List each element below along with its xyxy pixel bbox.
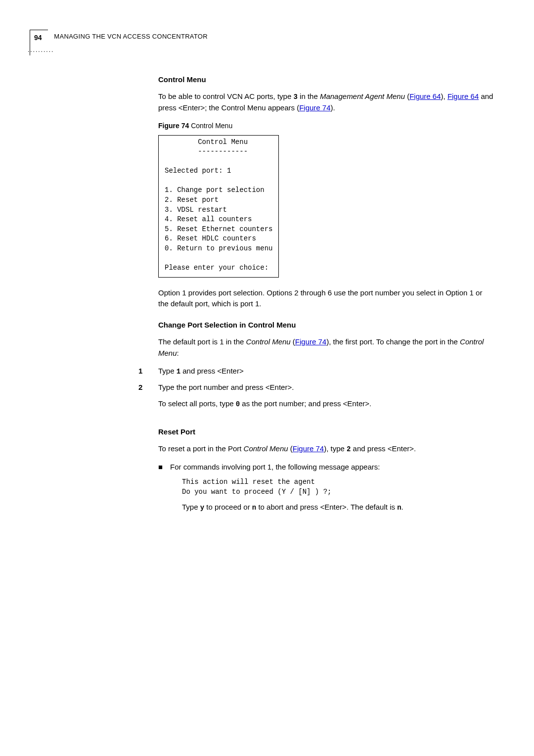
running-title-part: VCN A xyxy=(105,33,127,40)
page-number-container: 94 .......... xyxy=(30,30,54,54)
text: ( xyxy=(291,337,295,346)
text: to abort and press <Enter>. The default … xyxy=(256,503,397,511)
figure-caption: Figure 74 Control Menu xyxy=(158,121,494,131)
bullet-body: For commands involving port 1, the follo… xyxy=(170,462,403,513)
text: to proceed or xyxy=(204,503,252,511)
inline-code: 3 xyxy=(293,93,297,101)
list-item-body: Type the port number and press <Enter>. … xyxy=(158,382,371,417)
paragraph: To be able to control VCN AC ports, type… xyxy=(158,91,494,114)
running-title-part: M xyxy=(54,33,59,40)
text: in the xyxy=(298,92,320,100)
code-block: This action will reset the agent Do you … xyxy=(182,477,403,497)
text: ). xyxy=(331,103,335,112)
figure-title: Control Menu xyxy=(191,122,232,130)
italic-text: Control Menu xyxy=(244,444,288,453)
inline-code: y xyxy=(200,504,204,512)
italic-text: Management Agent Menu xyxy=(320,92,405,100)
text: ), the first port. To change the port in… xyxy=(326,337,460,346)
running-title: MANAGING THE VCN ACCESS CONCENTRATOR xyxy=(54,30,208,42)
bullet-item: ■ For commands involving port 1, the fol… xyxy=(158,462,494,513)
text: ), xyxy=(441,92,447,100)
text: ), type xyxy=(324,444,347,453)
text: and press <Enter> xyxy=(180,367,244,375)
text: and press <Enter>. xyxy=(351,444,416,453)
text: The default port is 1 in the xyxy=(158,337,246,346)
text: as the port number; and press <Enter>. xyxy=(240,399,371,408)
figure-link[interactable]: Figure 74 xyxy=(299,103,330,112)
bullet-icon: ■ xyxy=(158,462,170,513)
list-marker: 2 xyxy=(138,382,158,417)
text: To be able to control VCN AC ports, type xyxy=(158,92,293,100)
inline-code: n xyxy=(252,504,256,512)
paragraph: The default port is 1 in the Control Men… xyxy=(158,336,494,359)
page-number: 94 xyxy=(34,34,42,42)
text: . xyxy=(401,503,403,511)
figure-box-control-menu: Control Menu ------------ Selected port:… xyxy=(158,135,279,278)
figure-link[interactable]: Figure 74 xyxy=(293,444,324,453)
text: ( xyxy=(405,92,409,100)
numbered-list: 1 Type 1 and press <Enter> 2 Type the po… xyxy=(138,366,494,417)
figure-link[interactable]: Figure 64 xyxy=(447,92,479,100)
dotted-decoration: .......... xyxy=(28,46,54,54)
running-title-part: ANAGING THE xyxy=(59,33,105,40)
list-item-body: Type 1 and press <Enter> xyxy=(158,366,244,377)
inline-code: 0 xyxy=(236,400,240,408)
inline-code: 1 xyxy=(177,368,180,376)
text: ( xyxy=(288,444,293,453)
paragraph: To reset a port in the Port Control Menu… xyxy=(158,443,494,455)
text: Type xyxy=(182,503,200,511)
running-title-part: ONCENTRATOR xyxy=(157,33,208,40)
paragraph: Option 1 provides port selection. Option… xyxy=(158,287,494,310)
text: Type the port number and press <Enter>. xyxy=(158,382,371,393)
figure-label: Figure 74 xyxy=(158,122,191,130)
indented-paragraph: Type y to proceed or n to abort and pres… xyxy=(182,502,403,513)
list-item: 1 Type 1 and press <Enter> xyxy=(138,366,494,377)
running-title-part: C xyxy=(150,33,157,40)
list-item: 2 Type the port number and press <Enter>… xyxy=(138,382,494,417)
list-marker: 1 xyxy=(138,366,158,377)
text: : xyxy=(177,349,179,357)
section-heading-reset-port: Reset Port xyxy=(158,426,494,438)
figure-link[interactable]: Figure 64 xyxy=(409,92,441,100)
running-title-part: CCESS xyxy=(128,33,150,40)
main-content: Control Menu To be able to control VCN A… xyxy=(158,74,494,514)
page-header: 94 .......... MANAGING THE VCN ACCESS CO… xyxy=(30,30,494,54)
section-heading-control-menu: Control Menu xyxy=(158,74,494,86)
section-heading-change-port: Change Port Selection in Control Menu xyxy=(158,320,494,331)
inline-code: n xyxy=(397,504,401,512)
italic-text: Control Menu xyxy=(246,337,291,346)
figure-link[interactable]: Figure 74 xyxy=(295,337,326,346)
text: For commands involving port 1, the follo… xyxy=(170,462,403,473)
text: Type xyxy=(158,367,177,375)
paragraph: To select all ports, type 0 as the port … xyxy=(158,398,371,410)
text: To reset a port in the Port xyxy=(158,444,244,453)
text: To select all ports, type xyxy=(158,399,236,408)
